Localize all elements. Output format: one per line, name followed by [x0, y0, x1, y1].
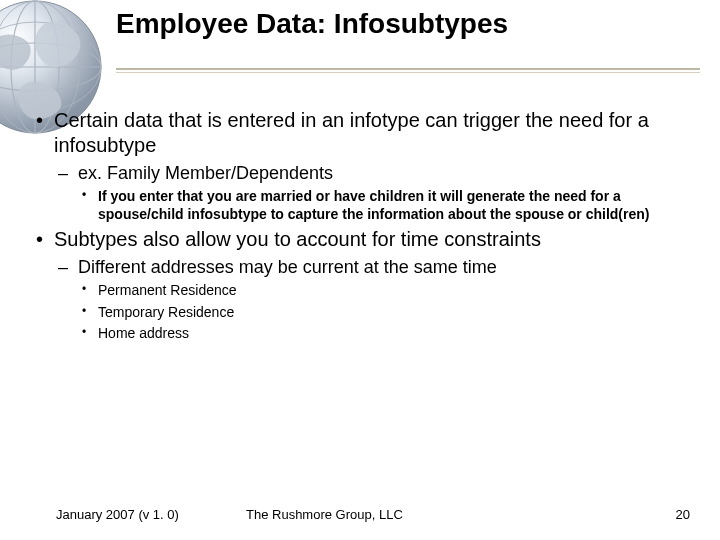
bullet-text: If you enter that you are married or hav…	[98, 188, 649, 222]
footer-org: The Rushmore Group, LLC	[246, 507, 676, 522]
bullet-lvl3: Home address	[78, 325, 690, 343]
title-underline	[116, 68, 700, 76]
bullet-text: Home address	[98, 325, 189, 341]
bullet-lvl1: Certain data that is entered in an infot…	[30, 108, 690, 223]
bullet-text: Temporary Residence	[98, 304, 234, 320]
bullet-lvl3: Temporary Residence	[78, 304, 690, 322]
footer-date: January 2007 (v 1. 0)	[56, 507, 236, 522]
bullet-lvl2: ex. Family Member/Dependents If you ente…	[54, 162, 690, 223]
bullet-lvl3: If you enter that you are married or hav…	[78, 187, 690, 223]
bullet-text: Different addresses may be current at th…	[78, 257, 497, 277]
slide-title: Employee Data: Infosubtypes	[116, 8, 700, 40]
bullet-lvl2: Different addresses may be current at th…	[54, 256, 690, 343]
bullet-lvl1: Subtypes also allow you to account for t…	[30, 227, 690, 343]
bullet-text: Permanent Residence	[98, 282, 237, 298]
bullet-text: Subtypes also allow you to account for t…	[54, 228, 541, 250]
footer-page-number: 20	[676, 507, 690, 522]
bullet-text: Certain data that is entered in an infot…	[54, 109, 649, 156]
slide-body: Certain data that is entered in an infot…	[30, 108, 690, 347]
bullet-lvl3: Permanent Residence	[78, 282, 690, 300]
bullet-text: ex. Family Member/Dependents	[78, 163, 333, 183]
